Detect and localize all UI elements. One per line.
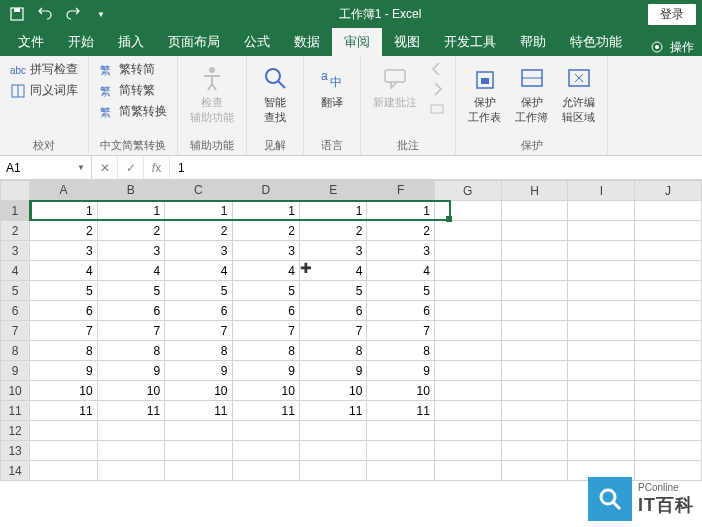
cell-E5[interactable]: 5 [299,281,366,301]
undo-icon[interactable] [34,3,56,25]
chevron-down-icon[interactable]: ▼ [77,163,85,172]
cell-A7[interactable]: 7 [30,321,97,341]
tell-me-icon[interactable] [648,38,666,56]
cell-J5[interactable] [635,281,702,301]
cell-J13[interactable] [635,441,702,461]
cell-J1[interactable] [635,201,702,221]
col-header-C[interactable]: C [165,181,232,201]
cell-E7[interactable]: 7 [299,321,366,341]
cell-I11[interactable] [568,401,635,421]
cell-C9[interactable]: 9 [165,361,232,381]
row-header-11[interactable]: 11 [1,401,30,421]
cell-A2[interactable]: 2 [30,221,97,241]
cell-G14[interactable] [434,461,501,481]
cell-I1[interactable] [568,201,635,221]
cell-I4[interactable] [568,261,635,281]
cell-A10[interactable]: 10 [30,381,97,401]
ribbon-item-繁转简[interactable]: 繁繁转简 [97,60,169,79]
cell-F1[interactable]: 1 [367,201,434,221]
cell-J3[interactable] [635,241,702,261]
cell-B2[interactable]: 2 [97,221,164,241]
cell-D6[interactable]: 6 [232,301,299,321]
tab-视图[interactable]: 视图 [382,28,432,56]
row-header-10[interactable]: 10 [1,381,30,401]
cell-G4[interactable] [434,261,501,281]
ribbon-item-简繁转换[interactable]: 繁简繁转换 [97,102,169,121]
cell-G12[interactable] [434,421,501,441]
ribbon-item-同义词库[interactable]: 同义词库 [8,81,80,100]
cell-F9[interactable]: 9 [367,361,434,381]
tab-文件[interactable]: 文件 [6,28,56,56]
cell-G11[interactable] [434,401,501,421]
cell-J9[interactable] [635,361,702,381]
cell-F10[interactable]: 10 [367,381,434,401]
tab-开发工具[interactable]: 开发工具 [432,28,508,56]
cell-E3[interactable]: 3 [299,241,366,261]
cell-A9[interactable]: 9 [30,361,97,381]
cell-C8[interactable]: 8 [165,341,232,361]
row-header-7[interactable]: 7 [1,321,30,341]
cell-E2[interactable]: 2 [299,221,366,241]
cell-J10[interactable] [635,381,702,401]
col-header-E[interactable]: E [299,181,366,201]
cell-H2[interactable] [501,221,568,241]
cell-C13[interactable] [165,441,232,461]
cell-J11[interactable] [635,401,702,421]
cell-E10[interactable]: 10 [299,381,366,401]
cell-D3[interactable]: 3 [232,241,299,261]
tab-插入[interactable]: 插入 [106,28,156,56]
cell-C14[interactable] [165,461,232,481]
cell-B3[interactable]: 3 [97,241,164,261]
cell-D2[interactable]: 2 [232,221,299,241]
row-header-12[interactable]: 12 [1,421,30,441]
cell-A4[interactable]: 4 [30,261,97,281]
ribbon-large-智能[interactable]: 智能查找 [255,60,295,126]
cell-A13[interactable] [30,441,97,461]
cell-D1[interactable]: 1 [232,201,299,221]
spreadsheet-grid[interactable]: ABCDEFGHIJ111111122222223333333444444455… [0,180,702,527]
cell-D10[interactable]: 10 [232,381,299,401]
col-header-I[interactable]: I [568,181,635,201]
qat-dropdown-icon[interactable]: ▼ [90,3,112,25]
row-header-6[interactable]: 6 [1,301,30,321]
cancel-icon[interactable]: ✕ [92,156,118,179]
row-header-8[interactable]: 8 [1,341,30,361]
cell-F8[interactable]: 8 [367,341,434,361]
cell-B1[interactable]: 1 [97,201,164,221]
cell-I8[interactable] [568,341,635,361]
cell-H7[interactable] [501,321,568,341]
cell-G2[interactable] [434,221,501,241]
col-header-A[interactable]: A [30,181,97,201]
ribbon-large-保护[interactable]: 保护工作表 [464,60,505,126]
cell-D14[interactable] [232,461,299,481]
tab-数据[interactable]: 数据 [282,28,332,56]
cell-B9[interactable]: 9 [97,361,164,381]
cell-J12[interactable] [635,421,702,441]
cell-E11[interactable]: 11 [299,401,366,421]
cell-A8[interactable]: 8 [30,341,97,361]
cell-F6[interactable]: 6 [367,301,434,321]
save-icon[interactable] [6,3,28,25]
cell-C11[interactable]: 11 [165,401,232,421]
cell-D7[interactable]: 7 [232,321,299,341]
cell-E6[interactable]: 6 [299,301,366,321]
cell-C4[interactable]: 4 [165,261,232,281]
cell-G1[interactable] [434,201,501,221]
col-header-H[interactable]: H [501,181,568,201]
tab-公式[interactable]: 公式 [232,28,282,56]
cell-H11[interactable] [501,401,568,421]
cell-D4[interactable]: 4 [232,261,299,281]
cell-J7[interactable] [635,321,702,341]
cell-D5[interactable]: 5 [232,281,299,301]
cell-H13[interactable] [501,441,568,461]
cell-J2[interactable] [635,221,702,241]
cell-B5[interactable]: 5 [97,281,164,301]
cell-F3[interactable]: 3 [367,241,434,261]
cell-I12[interactable] [568,421,635,441]
ribbon-large-翻译[interactable]: a中翻译 [312,60,352,111]
cell-F7[interactable]: 7 [367,321,434,341]
row-header-3[interactable]: 3 [1,241,30,261]
col-header-F[interactable]: F [367,181,434,201]
tab-开始[interactable]: 开始 [56,28,106,56]
cell-A14[interactable] [30,461,97,481]
